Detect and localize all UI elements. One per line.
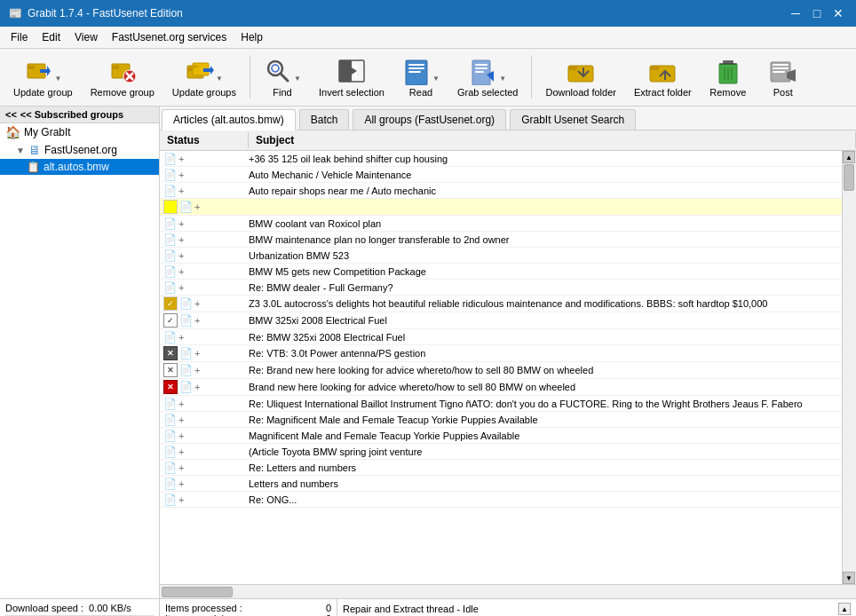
download-speed-row: Download speed : 0.00 KB/s [5,603,154,613]
scroll-up-arrow[interactable]: ▲ [843,151,855,163]
find-dropdown-arrow[interactable]: ▼ [294,75,301,83]
sidebar-header-label: << Subscribed groups [20,109,123,120]
extract-folder-button[interactable]: Extract folder [626,52,700,102]
tab-batch[interactable]: Batch [299,109,350,130]
menu-fastusenet[interactable]: FastUsenet.org services [105,28,234,46]
update-groups-button[interactable]: ▼ Update groups [164,52,244,102]
doc-icon: 📄 [179,347,193,359]
article-icons: ✕ 📄 + [160,380,249,394]
menu-edit[interactable]: Edit [35,28,67,46]
tab-articles[interactable]: Articles (alt.autos.bmw) [162,109,296,130]
article-subject: (Article Toyota BMW spring joint venture [249,446,838,457]
scroll-down-arrow[interactable]: ▼ [843,572,855,584]
article-row[interactable]: 📄 + +36 35 125 oil leak behind shifter c… [160,151,856,167]
close-button[interactable]: ✕ [829,4,847,22]
svg-rect-31 [723,60,733,64]
post-icon [769,57,797,85]
download-speed-value: 0.00 KB/s [89,603,131,613]
svg-rect-8 [187,67,193,71]
doc-icon: 📄 [179,364,193,376]
article-subject: Re: Uliquest International Baillot Instr… [249,399,838,409]
article-row[interactable]: 📄 + BMW coolant van Roxicol plan [160,216,856,232]
items-processed-value: 0 [326,603,331,613]
article-row[interactable]: 📄 + Letters and numbers [160,476,856,492]
minimize-button[interactable]: ─ [787,4,804,22]
threads-header-row: Repair and Extract thread - Idle ▲ [343,603,851,615]
doc-icon: 📄 [163,281,177,294]
article-row[interactable]: 📄 + Auto repair shops near me / Auto mec… [160,183,856,199]
svg-rect-37 [773,64,789,66]
plus-icon: + [194,382,200,392]
article-icons: ✓ 📄 + [160,313,249,328]
x-black-icon: ✕ [163,346,178,360]
horiz-scroll-thumb[interactable] [162,587,233,597]
article-row[interactable]: 📄 + Re: Magnificent Male and Female Teac… [160,412,856,428]
article-row[interactable]: ✓ 📄 + BMW 325xi 2008 Electrical Fuel [160,312,856,329]
article-row[interactable]: 📄 + Re: ONG... [160,492,856,508]
tab-search[interactable]: GrabIt Usenet Search [510,109,636,130]
update-group-button[interactable]: ▼ Update group [5,52,81,102]
article-row[interactable]: ✕ 📄 + Brand new here looking for advice … [160,379,856,396]
article-row[interactable]: 📄 + Auto Mechanic / Vehicle Maintenance [160,167,856,183]
article-row[interactable]: ✕ 📄 + Re: Brand new here looking for adv… [160,362,856,379]
article-row[interactable]: 📄 + Re: BMW 325xi 2008 Electrical Fuel [160,329,856,345]
separator-2 [531,56,532,99]
horizontal-scrollbar[interactable] [160,584,856,598]
my-grabit-label: My GrabIt [24,126,71,138]
article-row[interactable]: ✓ 📄 + Z3 3.0L autocross's delights hot b… [160,296,856,312]
article-icons: 📄 + [160,478,249,490]
download-folder-button[interactable]: Download folder [537,52,624,102]
plus-icon: + [178,250,184,261]
menu-help[interactable]: Help [234,28,270,46]
article-row[interactable]: 📄 + Re: BMW dealer - Full Germany? [160,280,856,296]
read-icon [402,57,431,85]
sidebar-item-fastusenet[interactable]: ▼ 🖥 FastUsenet.org [0,141,159,159]
find-button[interactable]: ▼ Find [256,52,309,102]
article-row[interactable]: 📄 + [160,199,856,216]
svg-point-13 [272,65,279,72]
vertical-scrollbar[interactable]: ▲ ▼ [842,151,856,584]
article-row[interactable]: 📄 + (Article Toyota BMW spring joint ven… [160,444,856,460]
articles-list[interactable]: ▲ ▼ 📄 + +36 35 125 oil leak behind shift… [160,151,856,584]
read-dropdown-arrow[interactable]: ▼ [432,75,440,83]
remove-group-icon [108,57,137,85]
article-row[interactable]: 📄 + Re: Uliquest International Baillot I… [160,396,856,412]
grab-selected-button[interactable]: ▼ Grab selected [449,52,526,102]
article-subject: Z3 3.0L autocross's delights hot beautif… [249,298,838,309]
threads-collapse-button[interactable]: ▲ [838,603,851,615]
read-button[interactable]: ▼ Read [394,52,448,102]
remove-group-label: Remove group [91,87,155,98]
article-row[interactable]: 📄 + BMW M5 gets new Competition Package [160,264,856,280]
doc-icon: 📄 [163,462,177,474]
scroll-thumb[interactable] [844,164,854,191]
sidebar: << << Subscribed groups 🏠 My GrabIt ▼ 🖥 … [0,107,160,598]
svg-line-12 [281,74,288,81]
update-group-dropdown-arrow[interactable]: ▼ [54,75,61,83]
article-row[interactable]: 📄 + Urbanization BMW 523 [160,248,856,264]
menu-view[interactable]: View [67,28,105,46]
post-button[interactable]: Post [757,52,810,102]
doc-icon: 📄 [163,249,177,262]
article-subject: BMW maintenance plan no longer transfera… [249,234,838,245]
remove-group-button[interactable]: Remove group [83,52,162,102]
update-groups-dropdown-arrow[interactable]: ▼ [216,75,223,83]
sidebar-item-alt-autos-bmw[interactable]: 📋 alt.autos.bmw [0,159,159,175]
tab-all-groups[interactable]: All groups (FastUsenet.org) [353,109,506,130]
article-row[interactable]: ✕ 📄 + Re: VTB: 3.0t Power antenna/PS ges… [160,345,856,362]
subject-column-header: Subject [249,132,856,148]
article-row[interactable]: 📄 + Magnificent Male and Female Teacup Y… [160,428,856,444]
article-icons: 📄 + [160,169,249,181]
download-panel: Download speed : 0.00 KB/s [0,599,160,616]
article-row[interactable]: 📄 + BMW maintenance plan no longer trans… [160,232,856,248]
maximize-button[interactable]: □ [808,4,826,22]
sidebar-item-my-grabit[interactable]: 🏠 My GrabIt [0,123,159,141]
article-row[interactable]: 📄 + Re: Letters and numbers [160,460,856,476]
plus-icon: + [194,365,200,375]
grab-selected-dropdown-arrow[interactable]: ▼ [499,75,506,83]
remove-button[interactable]: Remove [701,52,755,102]
invert-selection-button[interactable]: Invert selection [311,52,392,102]
plus-icon: + [178,478,184,489]
fastusenet-icon: 🖥 [28,143,41,157]
menu-file[interactable]: File [4,28,35,46]
read-label: Read [409,87,432,98]
